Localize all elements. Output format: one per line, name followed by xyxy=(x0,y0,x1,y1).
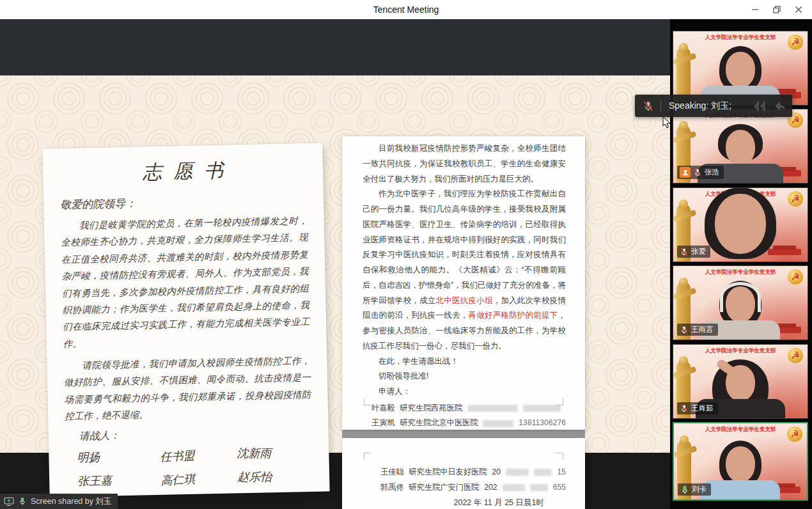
document-page-2: 王佳聪 研究生院中日友好医院 20 15 郭禹佟 研究生院广安门医院 202 6… xyxy=(342,438,585,509)
branch-banner-text: 人文学院法学专业学生党支部 xyxy=(690,347,791,355)
participant-tile[interactable]: 人文学院法学专业学生党支部 ☭ 张浩 xyxy=(673,109,808,184)
member-badge-icon xyxy=(680,167,691,178)
signature-grid: 明扬 任书盟 沈新雨 张王嘉 高仁琪 赵乐怡 任毅船 卢凯真 王字同 唐勁杰 舒… xyxy=(77,444,315,497)
letter-signoff: 请战人： xyxy=(79,425,312,443)
participant-tile[interactable]: 人文学院法学专业学生党支部 ☭ 王肖茹 xyxy=(673,344,808,419)
phone-fragment: 15 xyxy=(557,466,566,479)
muted-mic-icon xyxy=(680,325,689,334)
doc-red-text: 北中医抗疫小组 xyxy=(436,296,493,305)
avatar xyxy=(726,52,755,88)
branch-banner-text: 人文学院法学专业学生党支部 xyxy=(690,269,791,276)
muted-mic-icon xyxy=(693,168,702,177)
share-top-band xyxy=(0,19,670,75)
doc-line: 切盼领导批准! xyxy=(363,369,566,384)
signature: 赵乐怡 xyxy=(237,469,314,485)
window-controls xyxy=(744,0,809,19)
close-button[interactable] xyxy=(788,0,809,19)
avatar xyxy=(726,286,755,322)
mic-live-icon xyxy=(18,497,27,506)
applicant-row: 郭禹佟 研究生院广安门医院 202 655 xyxy=(380,482,566,494)
applicant-hospital: 研究生院广安门医院 xyxy=(409,482,480,494)
redacted-id xyxy=(503,484,525,491)
minimize-button[interactable] xyxy=(744,0,766,19)
doc-red-text: 再做好严格防护的前提下 xyxy=(468,311,558,320)
signature: 沈新雨 xyxy=(237,445,313,461)
letter-title: 志愿书 xyxy=(59,156,307,187)
redacted-id xyxy=(506,469,529,476)
signature: 高仁琪 xyxy=(160,469,238,489)
signature: 张王嘉 xyxy=(77,471,160,489)
phone-fragment: 13811306276 xyxy=(519,417,566,430)
phone-fragment: 20 xyxy=(492,466,501,479)
screen-share-icon xyxy=(4,497,14,506)
applicant-row: 叶嘉毅 研究生院西苑医院 xyxy=(371,402,566,415)
typed-document: 目前我校新冠疫情防控形势严峻复杂，全校师生团结一致共同抗疫，为保证我校教职员工、… xyxy=(342,136,585,509)
participant-tile[interactable]: 人文学院法学专业学生党支部 ☭ 张爱 xyxy=(673,187,808,262)
document-date: 2022 年 11 月 25 日晨1时 xyxy=(371,497,566,508)
shared-screen-area: 志愿书 敬爱的院领导： 我们是岐黄学院的党员，在第一轮校内疫情爆发之时，全校师生… xyxy=(0,19,670,509)
virtual-background: 人文学院法学专业学生党支部 ☭ xyxy=(673,31,808,105)
phone-fragment: 202 xyxy=(484,482,497,494)
name-plate: 张浩 xyxy=(677,166,724,179)
participant-name: 张浩 xyxy=(705,168,719,177)
page-break-gap xyxy=(342,430,585,438)
phone-fragment: 655 xyxy=(553,482,566,494)
name-plate: 张爱 xyxy=(677,246,710,258)
letter-paragraph: 我们是岐黄学院的党员，在第一轮校内疫情爆发之时，全校师生齐心协力，共克时艰，全力… xyxy=(61,212,310,352)
doc-text: 作为北中医学子，我们理应为学校防疫工作贡献出自己的一份力量。我们几位高年级的学生… xyxy=(363,189,566,304)
branch-banner-text: 人文学院法学专业学生党支部 xyxy=(690,34,791,42)
avatar xyxy=(715,194,766,254)
party-emblem-icon: ☭ xyxy=(788,348,803,363)
participant-name: 王肖茹 xyxy=(691,403,714,413)
name-plate: 王肖茹 xyxy=(677,402,718,414)
handwritten-letter-page: 志愿书 敬爱的院领导： 我们是岐黄学院的党员，在第一轮校内疫情爆发之时，全校师生… xyxy=(42,143,329,497)
participant-tile[interactable]: 人文学院法学专业学生党支部 ☭ 王雨言 xyxy=(673,265,808,340)
signature: 卢凯真 xyxy=(160,492,238,497)
divider xyxy=(660,100,661,112)
applicant-hospital: 研究生院中日友好医院 xyxy=(409,466,487,479)
redacted-id xyxy=(483,420,513,427)
avatar xyxy=(701,480,780,501)
slide-background: 志愿书 敬爱的院领导： 我们是岐黄学院的党员，在第一轮校内疫情爆发之时，全校师生… xyxy=(0,75,670,453)
signature: 明扬 xyxy=(77,448,160,465)
page-corner-mark xyxy=(364,398,371,405)
reply-arrow-icon xyxy=(772,99,786,113)
avatar xyxy=(726,446,755,482)
restore-icon xyxy=(772,4,782,15)
applicant-hospital: 研究生院西苑医院 xyxy=(400,402,463,415)
applicant-name: 王寅凯 xyxy=(371,417,395,430)
speaking-label: Speaking: 刘玉; xyxy=(669,100,731,112)
participant-name: 张爱 xyxy=(691,247,706,256)
applicant-row: 王佳聪 研究生院中日友好医院 20 15 xyxy=(380,466,566,479)
speaking-toast: Speaking: 刘玉; xyxy=(635,95,792,117)
applicant-name: 叶嘉毅 xyxy=(371,402,395,415)
title-bar: Tencent Meeting xyxy=(0,0,812,19)
party-emblem-icon: ☭ xyxy=(788,35,803,50)
participant-tile-active-speaker[interactable]: 人文学院法学专业学生党支部 ☭ 刘卡 xyxy=(673,422,808,501)
restore-button[interactable] xyxy=(766,0,788,19)
participant-name: 王雨言 xyxy=(691,325,714,334)
mouse-cursor xyxy=(662,116,671,132)
muted-mic-icon xyxy=(680,404,689,413)
redacted-phone xyxy=(534,469,552,476)
window-title: Tencent Meeting xyxy=(373,4,439,15)
close-icon xyxy=(793,4,804,15)
screen-share-label: Screen shared by 刘玉 xyxy=(31,496,111,507)
muted-mic-icon xyxy=(680,247,689,256)
redacted-id xyxy=(467,405,518,412)
screen-share-status: Screen shared by 刘玉 xyxy=(0,494,118,509)
doc-line: 在此，学生请愿出战！ xyxy=(363,354,566,370)
participants-sidebar: 人文学院法学专业学生党支部 ☭ 人文学院法学专业学生党支部 ☭ xyxy=(670,19,812,509)
doc-paragraph: 目前我校新冠疫情防控形势严峻复杂，全校师生团结一致共同抗疫，为保证我校教职员工、… xyxy=(363,141,566,187)
chevrons-icon xyxy=(751,99,770,113)
doc-line: 申请人： xyxy=(363,384,566,400)
document-page-1: 目前我校新冠疫情防控形势严峻复杂，全校师生团结一致共同抗疫，为保证我校教职员工、… xyxy=(342,136,585,430)
party-emblem-icon: ☭ xyxy=(787,427,802,442)
minimize-icon xyxy=(750,4,760,15)
applicant-name: 王佳聪 xyxy=(380,466,404,479)
participant-name: 刘卡 xyxy=(692,485,707,494)
signature: 王字同 xyxy=(238,492,315,497)
applicant-hospital: 研究生院北京中医医院 xyxy=(400,417,478,430)
active-mic-icon xyxy=(680,485,689,494)
letter-salutation: 敬爱的院领导： xyxy=(60,192,307,212)
